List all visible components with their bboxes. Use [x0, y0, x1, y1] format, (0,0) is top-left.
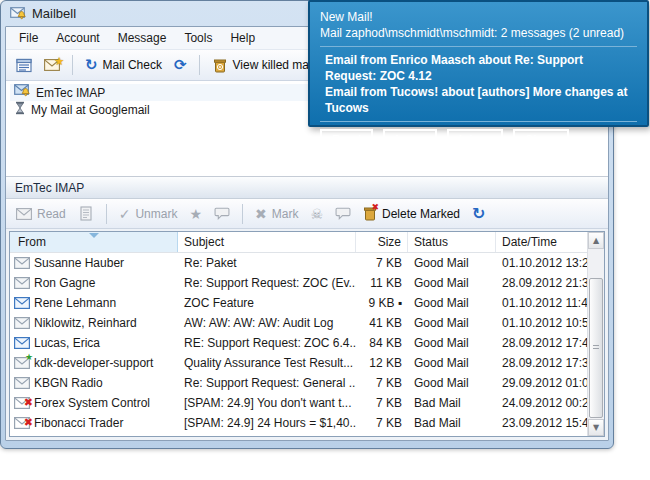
- vertical-scrollbar[interactable]: ▲ ▼: [587, 232, 604, 436]
- checkmark-icon: ✓: [119, 207, 131, 221]
- size-cell: 11 KB: [356, 273, 408, 293]
- envelope-read: [14, 377, 30, 389]
- star-icon: ★: [189, 207, 202, 221]
- subject-cell: [SPAM: 24.9] You don't want t...: [178, 393, 356, 413]
- read-envelope-icon: [16, 208, 32, 220]
- toolbar-separator: [242, 204, 243, 224]
- menu-item-file[interactable]: File: [10, 27, 47, 49]
- mark-label: Mark: [272, 207, 299, 221]
- speech-bubble-icon: [214, 206, 230, 221]
- popup-divider: [320, 46, 637, 47]
- table-row[interactable]: Ai M. Kay (LinkedIn) Invit... Reminder a…: [10, 433, 587, 437]
- size-cell: 12 KB: [356, 353, 408, 373]
- star-button[interactable]: ★: [184, 204, 207, 224]
- refresh-icon: ↻: [472, 206, 485, 222]
- speech-bubble-icon: [335, 206, 351, 221]
- popup-button-inbox[interactable]: Inbox: [447, 129, 503, 151]
- menu-item-help[interactable]: Help: [221, 27, 264, 49]
- size-cell: 7 KB: [356, 393, 408, 413]
- delete-marked-label: Delete Marked: [382, 207, 460, 221]
- mark-button[interactable]: ✖ Mark: [250, 204, 303, 224]
- popup-button-later[interactable]: Later: [383, 129, 436, 151]
- from-cell: KBGN Radio: [34, 376, 103, 390]
- table-row[interactable]: ✖Fibonacci Trader [SPAM: 24.9] 24 Hours …: [10, 413, 587, 433]
- killed-mail-trash-icon: [212, 58, 228, 73]
- table-row[interactable]: ★kdk-developer-support Quality Assurance…: [10, 353, 587, 373]
- envelope-read: [14, 277, 30, 289]
- column-header-size[interactable]: Size: [356, 232, 408, 252]
- popup-email-line: Email from Enrico Maasch about Re: Suppo…: [325, 52, 637, 84]
- date-cell: 01.10.2012 13:23: [496, 253, 587, 273]
- from-cell: Ai M. Kay (LinkedIn) Invit...: [34, 436, 177, 437]
- new-mail-icon: ★: [44, 59, 60, 71]
- mail-check-label: Mail Check: [103, 58, 162, 72]
- from-cell: Ron Gagne: [34, 276, 95, 290]
- status-cell: Good Mail: [408, 333, 496, 353]
- mailbell-app-icon: [10, 6, 26, 21]
- kill-button[interactable]: ☠: [305, 204, 328, 224]
- report-button[interactable]: [11, 55, 37, 76]
- comment-2-button[interactable]: [330, 203, 356, 224]
- date-cell: 01.10.2012 11:44: [496, 293, 587, 313]
- subject-cell: RE: Support Request: ZOC 6.4...: [178, 333, 356, 353]
- mail-rows: Susanne Hauber Re: Paket 7 KB Good Mail …: [10, 253, 587, 437]
- column-header-from[interactable]: From: [10, 232, 178, 252]
- mail-check-button[interactable]: ↻ Mail Check: [80, 55, 167, 76]
- scroll-thumb[interactable]: [589, 278, 603, 418]
- hourglass-icon: [14, 101, 26, 118]
- from-cell: Niklowitz, Reinhard: [34, 316, 137, 330]
- popup-divider: [320, 121, 637, 122]
- mail-table: From Subject Size Status Date/Time: [9, 231, 605, 437]
- read-label: Read: [37, 207, 66, 221]
- toolbar-separator: [199, 55, 200, 75]
- toolbar-separator: [72, 55, 73, 75]
- date-cell: 01.10.2012 11:21: [496, 433, 587, 437]
- account-name: EmTec IMAP: [36, 86, 105, 100]
- size-cell: 41 KB: [356, 313, 408, 333]
- sync-icon: ⟳: [174, 58, 187, 73]
- delete-marked-button[interactable]: ✖ Delete Marked: [358, 203, 465, 224]
- table-row[interactable]: Niklowitz, Reinhard AW: AW: AW: AW: Audi…: [10, 313, 587, 333]
- table-row[interactable]: ✖Forex System Control [SPAM: 24.9] You d…: [10, 393, 587, 413]
- popup-buttons: Read Later Inbox Close: [320, 129, 637, 151]
- new-mail-button[interactable]: ★: [39, 56, 65, 74]
- column-header-datetime[interactable]: Date/Time: [496, 232, 587, 252]
- from-cell: Forex System Control: [34, 396, 150, 410]
- menu-item-message[interactable]: Message: [109, 27, 176, 49]
- date-cell: 23.09.2012 15:44: [496, 413, 587, 433]
- table-row[interactable]: Rene Lehmann ZOC Feature 9 KB ▪ Good Mai…: [10, 293, 587, 313]
- popup-email-list: Email from Enrico Maasch about Re: Suppo…: [320, 52, 637, 116]
- envelope-unread: [14, 297, 30, 309]
- table-row[interactable]: Ron Gagne Re: Support Request: ZOC (Ev..…: [10, 273, 587, 293]
- table-row[interactable]: Susanne Hauber Re: Paket 7 KB Good Mail …: [10, 253, 587, 273]
- unmark-button[interactable]: ✓ Unmark: [114, 204, 183, 224]
- read-button[interactable]: Read: [11, 204, 71, 224]
- subject-cell: [SPAM: 24.9] 24 Hours = $1,40...: [178, 413, 356, 433]
- from-cell: kdk-developer-support: [34, 356, 153, 370]
- popup-button-close[interactable]: Close: [513, 129, 570, 151]
- envelope-unread: [14, 337, 30, 349]
- status-cell: Good Mail: [408, 293, 496, 313]
- menu-item-tools[interactable]: Tools: [175, 27, 221, 49]
- refresh-list-button[interactable]: ↻: [467, 203, 490, 225]
- subject-cell: ZOC Feature: [178, 293, 356, 313]
- menu-item-account[interactable]: Account: [47, 27, 108, 49]
- scroll-down-button[interactable]: ▼: [588, 419, 604, 436]
- report-icon: [16, 58, 32, 73]
- panel-title: EmTec IMAP: [15, 181, 84, 195]
- view-killed-mail-button[interactable]: View killed mail: [207, 55, 320, 76]
- comment-button[interactable]: [209, 203, 235, 224]
- envelope-spam: ✖: [14, 397, 30, 409]
- sync-button[interactable]: ⟳: [169, 55, 192, 76]
- table-row[interactable]: KBGN Radio Re: Support Request: General …: [10, 373, 587, 393]
- table-row[interactable]: Lucas, Erica RE: Support Request: ZOC 6.…: [10, 333, 587, 353]
- scroll-up-button[interactable]: ▲: [588, 232, 604, 249]
- column-header-status[interactable]: Status: [408, 232, 496, 252]
- view-source-button[interactable]: [73, 203, 99, 224]
- popup-button-read[interactable]: Read: [320, 129, 373, 151]
- column-header-subject[interactable]: Subject: [178, 232, 356, 252]
- popup-title: New Mail!: [320, 9, 637, 25]
- mailbell-icon: [14, 84, 31, 101]
- status-cell: Good Mail: [408, 373, 496, 393]
- size-cell: 9 KB ▪: [356, 293, 408, 313]
